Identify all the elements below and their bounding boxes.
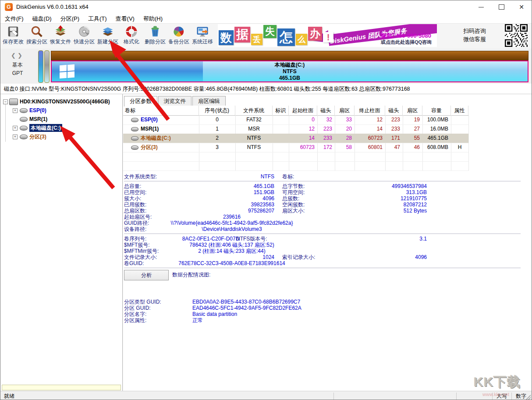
cell-eh: 223 [385,115,403,124]
menu-item-4[interactable]: 查看(V) [111,14,139,24]
disk-header-band[interactable] [51,51,528,60]
detail-value-15: 762E78CC-32C3-450B-A0E8-E7183E991614 [123,260,340,266]
cell-attr: H [451,143,468,152]
tree-item-4[interactable]: +分区(3) [0,133,123,141]
volume-label: 本地磁盘(C:) [141,134,171,143]
tree-item-label[interactable]: MSR(1) [29,115,47,123]
detail-label-20: 分区 GUID: [124,305,151,311]
toolbar-button-backup-partition[interactable]: 备份分区 [167,25,191,47]
cell-es: 55 [403,134,422,143]
menu-bar: 文件(F)磁盘(D)分区(P)工具(T)查看(V)帮助(H) [0,14,532,24]
table-row[interactable]: 分区(3)3NTFS6072317258608014746608.0MBH [123,143,468,152]
toolbar-button-recover[interactable]: 恢复文件 [49,25,72,47]
cell-attr [451,115,468,124]
column-header-es[interactable]: 扇区 [403,106,422,115]
tree-item-3[interactable]: +本地磁盘(C:) [0,124,123,132]
tree-item-label[interactable]: 本地磁盘(C:) [29,124,62,132]
minimize-button[interactable] [471,0,491,14]
collapse-icon[interactable]: − [3,99,8,104]
quick-partition-icon [78,25,91,38]
column-header-attr[interactable]: 属性 [451,106,468,115]
column-header-sc[interactable]: 起始柱面 [289,106,317,115]
expand-icon[interactable]: + [13,126,18,131]
banner-qq-hint[interactable]: 或点击此处选择QQ咨询 [381,39,432,46]
toolbar-button-label: 备份分区 [167,38,191,46]
tab-1[interactable]: 浏览文件 [158,96,192,106]
tree-item-label[interactable]: HD0:KINGSTONSNV2S500G(466GB) [20,98,110,106]
cell-flag [273,124,289,134]
detail-label2-14: 索引记录大小: [282,254,315,260]
table-row[interactable]: ESP(0)0FAT32032331222319100.0MB [123,115,468,125]
column-header-fs[interactable]: 文件系统 [235,106,273,115]
toolbar-button-format[interactable]: 格式化 [120,25,143,47]
disk-nav-arrows[interactable]: ❮❯ [11,52,24,59]
cell-ss: 20 [335,124,355,134]
search-icon [30,25,43,38]
table-row[interactable] [123,152,468,162]
banner-tile-1: 据 [234,27,250,42]
cell-es: 46 [403,143,422,152]
menu-item-0[interactable]: 文件(F) [0,14,28,24]
cell-attr [451,134,468,143]
table-row[interactable] [123,161,468,171]
detail-label-11: 卷序列号: [124,236,146,242]
close-button[interactable]: ✕ [511,0,532,14]
table-row[interactable]: 本地磁盘(C:)2NTFS14233286072317155465.1GB [123,134,468,143]
partition-strip-esp[interactable] [38,50,43,83]
expand-icon[interactable]: + [13,108,18,113]
detail-value-4: 4096 [184,195,274,202]
expand-icon[interactable]: + [13,135,18,139]
analyze-button[interactable]: 分析 [124,270,169,280]
toolbar-button-label: 快速分区 [72,38,96,46]
cell-sh: 223 [317,124,335,134]
toolbar-button-quick-partition[interactable]: 快速分区 [72,25,96,47]
menu-item-5[interactable]: 帮助(H) [139,14,167,24]
tab-0[interactable]: 分区参数 [124,96,157,106]
cell-sc: 60723 [289,143,317,152]
detail-label2-11: NTFS版本号: [236,236,267,242]
column-header-flag[interactable]: 标识 [273,106,289,115]
cell-cap: 465.1GB [422,134,451,143]
toolbar-button-new-partition[interactable]: 新建分区 [96,25,120,47]
detail-value-9: \Device\HarddiskVolume3 [123,226,340,232]
tree-footer-strip [2,385,121,390]
column-header-eh[interactable]: 磁头 [385,106,403,115]
cell-cap: 100.0MB [422,115,451,124]
cell-fs: MSR [235,124,273,134]
column-header-cap[interactable]: 容量 [422,106,451,115]
column-header-num[interactable]: 序号(状态) [199,106,235,115]
tree-item-0[interactable]: −HD0:KINGSTONSNV2S500G(466GB) [0,98,123,106]
toolbar-button-search[interactable]: 搜索分区 [25,25,49,47]
column-header-sh[interactable]: 磁头 [317,106,335,115]
tree-item-1[interactable]: +ESP(0) [0,106,123,114]
menu-item-1[interactable]: 磁盘(D) [28,14,56,24]
cell-ec: 60801 [355,143,385,152]
cell-attr [451,124,468,134]
detail-label2-5: 空闲簇数: [282,202,305,208]
save-icon [7,25,20,38]
detail-value-21: Basic data partition [192,311,237,317]
ad-banner[interactable]: DiskGenius 团队为您服务 致电: 400-900-5080 或点击此处… [218,24,437,47]
tab-2[interactable]: 扇区编辑 [192,96,226,106]
title-bar[interactable]: G DiskGenius V6.0.0.1631 x64 ✕ [0,0,532,14]
maximize-button[interactable] [491,0,511,14]
tree-item-label[interactable]: ESP(0) [29,106,46,114]
column-header-name[interactable]: 卷标 [123,106,199,115]
menu-item-2[interactable]: 分区(P) [56,14,84,24]
tree-item-label[interactable]: 分区(3) [29,133,46,141]
tree-item-2[interactable]: MSR(1) [0,115,123,123]
column-header-ec[interactable]: 终止柱面 [355,106,385,115]
column-header-ss[interactable]: 扇区 [335,106,355,115]
partition-bar-c[interactable]: 本地磁盘(C:) NTFS 465.1GB [51,60,528,82]
cell-fs: FAT32 [235,115,273,124]
table-row[interactable]: MSR(1)1MSR1222320142332716.0MB [123,124,468,134]
partition-strip-msr[interactable] [44,50,50,83]
cell-name: MSR(1) [123,124,199,134]
toolbar-button-save[interactable]: 保存更改 [1,25,25,47]
disk-overview-panel: ❮❯ 基本 GPT 本地磁盘(C:) NTFS 465.1GB [0,49,532,84]
resize-grip[interactable] [525,395,531,400]
toolbar-button-system-migrate[interactable]: 系统迁移 [191,25,214,47]
cell-cap: 16.0MB [422,124,451,134]
toolbar-button-delete-partition[interactable]: 删除分区 [143,25,167,47]
menu-item-3[interactable]: 工具(T) [84,14,111,24]
